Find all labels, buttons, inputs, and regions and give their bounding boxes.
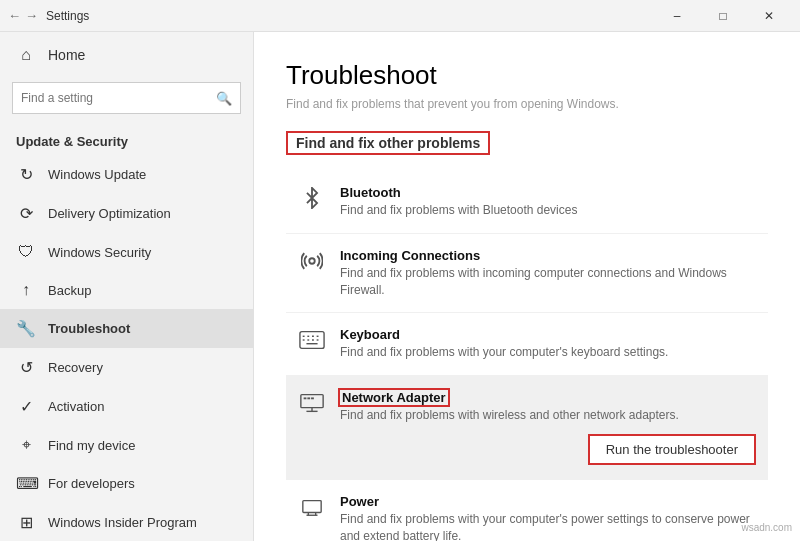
troubleshoot-icon: 🔧 xyxy=(16,319,36,338)
keyboard-icon xyxy=(298,329,326,357)
svg-rect-18 xyxy=(303,501,321,513)
run-troubleshooter-button[interactable]: Run the troubleshooter xyxy=(588,434,756,465)
sidebar-section-title: Update & Security xyxy=(0,126,253,155)
title-bar: ← → Settings – □ ✕ xyxy=(0,0,800,32)
troubleshoot-item-power[interactable]: Power Find and fix problems with your co… xyxy=(286,480,768,541)
section-header: Find and fix other problems xyxy=(286,131,490,155)
windows-update-icon: ↻ xyxy=(16,165,36,184)
sidebar-label-windows-security: Windows Security xyxy=(48,245,237,260)
incoming-desc: Find and fix problems with incoming comp… xyxy=(340,265,756,299)
svg-rect-15 xyxy=(304,398,307,400)
keyboard-desc: Find and fix problems with your computer… xyxy=(340,344,756,361)
sidebar-label-find-my-device: Find my device xyxy=(48,438,237,453)
network-desc: Find and fix problems with wireless and … xyxy=(340,407,756,424)
sidebar-item-backup[interactable]: ↑ Backup xyxy=(0,271,253,309)
sidebar-label-troubleshoot: Troubleshoot xyxy=(48,321,237,336)
network-adapter-icon xyxy=(298,392,326,420)
find-my-device-icon: ⌖ xyxy=(16,436,36,454)
maximize-button[interactable]: □ xyxy=(700,0,746,32)
sidebar-item-recovery[interactable]: ↺ Recovery xyxy=(0,348,253,387)
sidebar-label-recovery: Recovery xyxy=(48,360,237,375)
keyboard-body: Keyboard Find and fix problems with your… xyxy=(340,327,756,361)
search-input[interactable] xyxy=(21,91,216,105)
sidebar-label-windows-insider: Windows Insider Program xyxy=(48,515,237,530)
windows-insider-icon: ⊞ xyxy=(16,513,36,532)
bluetooth-title: Bluetooth xyxy=(340,185,756,200)
svg-point-0 xyxy=(309,258,315,264)
forward-arrow[interactable]: → xyxy=(25,8,38,23)
sidebar-search-box[interactable]: 🔍 xyxy=(12,82,241,114)
troubleshoot-item-bluetooth[interactable]: Bluetooth Find and fix problems with Blu… xyxy=(286,171,768,234)
troubleshoot-item-keyboard[interactable]: Keyboard Find and fix problems with your… xyxy=(286,313,768,376)
page-title: Troubleshoot xyxy=(286,60,768,91)
power-body: Power Find and fix problems with your co… xyxy=(340,494,756,541)
incoming-title: Incoming Connections xyxy=(340,248,756,263)
sidebar-item-windows-update[interactable]: ↻ Windows Update xyxy=(0,155,253,194)
bluetooth-icon xyxy=(298,187,326,215)
troubleshoot-list: Bluetooth Find and fix problems with Blu… xyxy=(286,171,768,541)
sidebar-label-activation: Activation xyxy=(48,399,237,414)
bluetooth-desc: Find and fix problems with Bluetooth dev… xyxy=(340,202,756,219)
sidebar-item-delivery-optimization[interactable]: ⟳ Delivery Optimization xyxy=(0,194,253,233)
troubleshoot-item-incoming[interactable]: Incoming Connections Find and fix proble… xyxy=(286,234,768,314)
title-bar-title: Settings xyxy=(46,9,89,23)
sidebar-home-label: Home xyxy=(48,47,85,63)
close-button[interactable]: ✕ xyxy=(746,0,792,32)
power-title: Power xyxy=(340,494,756,509)
sidebar-label-windows-update: Windows Update xyxy=(48,167,237,182)
recovery-icon: ↺ xyxy=(16,358,36,377)
sidebar-item-for-developers[interactable]: ⌨ For developers xyxy=(0,464,253,503)
incoming-body: Incoming Connections Find and fix proble… xyxy=(340,248,756,299)
network-title-outlined: Network Adapter xyxy=(340,390,448,405)
run-btn-row: Run the troubleshooter xyxy=(340,434,756,465)
title-bar-left: ← → Settings xyxy=(8,8,89,23)
sidebar-item-windows-insider[interactable]: ⊞ Windows Insider Program xyxy=(0,503,253,541)
sidebar-label-backup: Backup xyxy=(48,283,237,298)
svg-rect-12 xyxy=(301,395,323,408)
sidebar-label-for-developers: For developers xyxy=(48,476,237,491)
power-desc: Find and fix problems with your computer… xyxy=(340,511,756,541)
svg-rect-17 xyxy=(311,398,314,400)
home-icon: ⌂ xyxy=(16,46,36,64)
search-icon: 🔍 xyxy=(216,91,232,106)
sidebar-item-home[interactable]: ⌂ Home xyxy=(0,32,253,78)
page-subtitle: Find and fix problems that prevent you f… xyxy=(286,97,768,111)
main-content: Troubleshoot Find and fix problems that … xyxy=(254,32,800,541)
power-icon xyxy=(298,496,326,524)
sidebar-item-activation[interactable]: ✓ Activation xyxy=(0,387,253,426)
sidebar-item-find-my-device[interactable]: ⌖ Find my device xyxy=(0,426,253,464)
sidebar: ⌂ Home 🔍 Update & Security ↻ Windows Upd… xyxy=(0,32,254,541)
keyboard-title: Keyboard xyxy=(340,327,756,342)
for-developers-icon: ⌨ xyxy=(16,474,36,493)
nav-arrows[interactable]: ← → xyxy=(8,8,38,23)
delivery-optimization-icon: ⟳ xyxy=(16,204,36,223)
incoming-connections-icon xyxy=(298,250,326,278)
bluetooth-body: Bluetooth Find and fix problems with Blu… xyxy=(340,185,756,219)
sidebar-label-delivery-optimization: Delivery Optimization xyxy=(48,206,237,221)
sidebar-item-troubleshoot[interactable]: 🔧 Troubleshoot xyxy=(0,309,253,348)
troubleshoot-item-network[interactable]: Network Adapter Find and fix problems wi… xyxy=(286,376,768,480)
network-body: Network Adapter Find and fix problems wi… xyxy=(340,390,756,465)
sidebar-item-windows-security[interactable]: 🛡 Windows Security xyxy=(0,233,253,271)
backup-icon: ↑ xyxy=(16,281,36,299)
app-body: ⌂ Home 🔍 Update & Security ↻ Windows Upd… xyxy=(0,32,800,541)
windows-security-icon: 🛡 xyxy=(16,243,36,261)
activation-icon: ✓ xyxy=(16,397,36,416)
network-title: Network Adapter xyxy=(340,390,756,405)
svg-rect-16 xyxy=(307,398,310,400)
minimize-button[interactable]: – xyxy=(654,0,700,32)
back-arrow[interactable]: ← xyxy=(8,8,21,23)
window-controls[interactable]: – □ ✕ xyxy=(654,0,792,32)
